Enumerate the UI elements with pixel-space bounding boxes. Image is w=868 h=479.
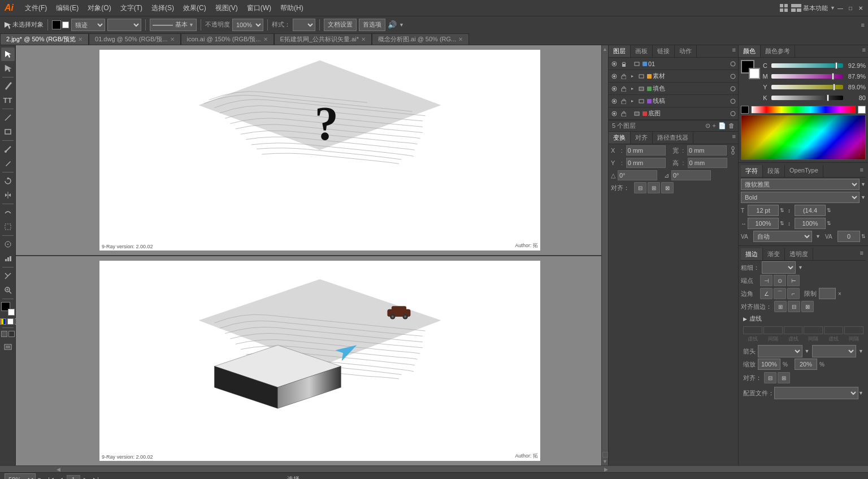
- h-scroll-thumb[interactable]: [63, 467, 602, 472]
- layer-visibility-01[interactable]: [610, 60, 618, 68]
- scroll-left-icon[interactable]: ◀: [57, 467, 60, 472]
- transform-angle-input[interactable]: [618, 170, 657, 180]
- stroke-weight-box[interactable]: —— 基本 ▼: [150, 19, 197, 31]
- layer-target-xingao[interactable]: [729, 97, 737, 105]
- layer-target-tianse[interactable]: [729, 85, 737, 93]
- layer-visibility-ditu[interactable]: [610, 110, 618, 118]
- tab-layers[interactable]: 图层: [609, 45, 631, 57]
- workspace-selector[interactable]: 基本功能 ▼: [803, 4, 835, 12]
- layer-visibility-xingao[interactable]: [610, 97, 618, 105]
- profile-select[interactable]: [774, 387, 858, 399]
- tool-rectangle[interactable]: [1, 125, 15, 139]
- layer-expand-sucai[interactable]: [628, 72, 636, 80]
- scale-v-input[interactable]: [795, 218, 826, 229]
- menu-edit[interactable]: 编辑(E): [51, 2, 83, 14]
- tab-character[interactable]: 字符: [741, 165, 763, 177]
- font-family-chevron[interactable]: ▼: [861, 182, 866, 187]
- layer-lock-ditu[interactable]: [619, 110, 627, 118]
- tab-paragraph[interactable]: 段落: [763, 165, 785, 177]
- tab-0[interactable]: 2.jpg* @ 50% (RGB/预览 ✕: [0, 33, 89, 45]
- kerning-chevrons[interactable]: ⇅: [861, 234, 866, 239]
- align-outside-icon[interactable]: ⊠: [801, 301, 814, 312]
- tab-stroke[interactable]: 描边: [741, 248, 763, 260]
- canvas-panel-bottom[interactable]: 9-Ray version: 2.00.02 Author: 拓: [16, 255, 601, 466]
- layer-expand-tianse[interactable]: [628, 85, 636, 93]
- transform-shear-input[interactable]: [671, 170, 711, 180]
- stroke-mode-select[interactable]: 猫迹: [71, 19, 105, 31]
- first-page-button[interactable]: 首选项: [359, 19, 385, 31]
- transform-panel-menu[interactable]: ≡: [730, 132, 738, 144]
- font-family-select[interactable]: 微软雅黑: [741, 179, 860, 190]
- dash-pattern-4[interactable]: [804, 326, 823, 334]
- tab-3[interactable]: E拓建筑网_公共标识矢量.ai* ✕: [274, 33, 372, 45]
- maximize-button[interactable]: □: [845, 3, 856, 13]
- corner-miter-icon[interactable]: ∠: [760, 288, 772, 299]
- menu-select[interactable]: 选择(S): [147, 2, 179, 14]
- tracking-select[interactable]: 自动: [753, 231, 812, 242]
- align-left-icon[interactable]: ⊟: [634, 182, 646, 193]
- canvas-panel-top[interactable]: ? 9-Ray version: 2.00.02 Author: 拓: [16, 45, 601, 255]
- corner-round-icon[interactable]: ⌒: [774, 288, 786, 299]
- spectrum-black-swatch[interactable]: [741, 106, 749, 114]
- tool-type[interactable]: T T: [1, 93, 15, 107]
- style-select[interactable]: [293, 19, 315, 31]
- create-layer-icon[interactable]: 📄: [718, 122, 726, 130]
- tool-screen-mode[interactable]: [1, 340, 15, 353]
- menu-file[interactable]: 文件(F): [20, 2, 51, 14]
- color-k-slider[interactable]: [771, 96, 843, 100]
- scroll-corner[interactable]: [602, 452, 608, 458]
- outline-mode-icon[interactable]: [8, 331, 15, 337]
- tracking-chevron[interactable]: ▼: [815, 234, 821, 239]
- tab-transform[interactable]: 变换: [609, 132, 631, 144]
- menu-view[interactable]: 视图(V): [211, 2, 242, 14]
- tile-icon[interactable]: [779, 3, 788, 12]
- tool-zoom[interactable]: [1, 283, 15, 297]
- arrow-start-chevron[interactable]: ▼: [805, 348, 810, 354]
- zoom-control[interactable]: 50% ▼: [5, 473, 42, 480]
- dashes-section-header[interactable]: ▶ 虚线: [741, 313, 866, 324]
- typo-panel-menu[interactable]: ≡: [858, 165, 866, 177]
- font-style-select[interactable]: Bold: [741, 192, 860, 203]
- scroll-down-icon[interactable]: ▼: [602, 459, 607, 464]
- corner-bevel-icon[interactable]: ⌐: [787, 288, 800, 299]
- normal-mode-icon[interactable]: [1, 331, 7, 337]
- fill-stroke-swatches[interactable]: [1, 302, 15, 316]
- stroke-panel-menu[interactable]: ≡: [858, 248, 866, 260]
- align-right-icon[interactable]: ⊠: [661, 182, 674, 193]
- tool-pencil[interactable]: [1, 157, 15, 170]
- zoom-chevron[interactable]: ▼: [37, 477, 42, 480]
- align-to-2[interactable]: ⊞: [778, 372, 790, 383]
- color-spectrum[interactable]: [751, 106, 856, 114]
- panel-options-icon[interactable]: ≡: [861, 21, 865, 28]
- menu-effect[interactable]: 效果(C): [179, 2, 211, 14]
- color-y-slider[interactable]: [771, 85, 843, 89]
- tab-close-3[interactable]: ✕: [361, 36, 366, 42]
- last-page-btn[interactable]: ▶|: [92, 475, 101, 480]
- layer-lock-xingao[interactable]: [619, 97, 627, 105]
- menu-text[interactable]: 文字(T): [116, 2, 147, 14]
- tab-close-4[interactable]: ✕: [458, 36, 463, 42]
- tool-reflect[interactable]: [1, 188, 15, 202]
- tab-close-2[interactable]: ✕: [263, 36, 268, 42]
- right-scrollbar[interactable]: ▲ ▼: [601, 45, 608, 465]
- miter-limit-input[interactable]: [819, 288, 836, 299]
- tool-symbol-sprayer[interactable]: [1, 238, 15, 251]
- align-inside-icon[interactable]: ⊟: [788, 301, 800, 312]
- arrow-start-select[interactable]: [758, 345, 802, 357]
- stroke-color-box[interactable]: [52, 20, 69, 29]
- spectrum-white-swatch[interactable]: [858, 106, 866, 114]
- layer-visibility-sucai[interactable]: [610, 72, 618, 80]
- scale-h-chevrons[interactable]: ⇅: [780, 221, 784, 226]
- tab-gradient[interactable]: 渐变: [763, 248, 785, 260]
- dash-pattern-3[interactable]: [784, 326, 803, 334]
- scroll-thumb[interactable]: [603, 54, 607, 450]
- new-sublayer-icon[interactable]: +: [713, 122, 716, 130]
- tool-warp[interactable]: [1, 206, 15, 219]
- link-icon[interactable]: [730, 146, 736, 155]
- scroll-up-icon[interactable]: ▲: [602, 46, 607, 52]
- white-icon[interactable]: [7, 318, 14, 325]
- layer-lock-01[interactable]: [619, 60, 627, 68]
- layer-target-sucai[interactable]: [729, 72, 737, 80]
- tool-direct-selection[interactable]: [1, 62, 15, 75]
- color-c-slider[interactable]: [771, 63, 843, 68]
